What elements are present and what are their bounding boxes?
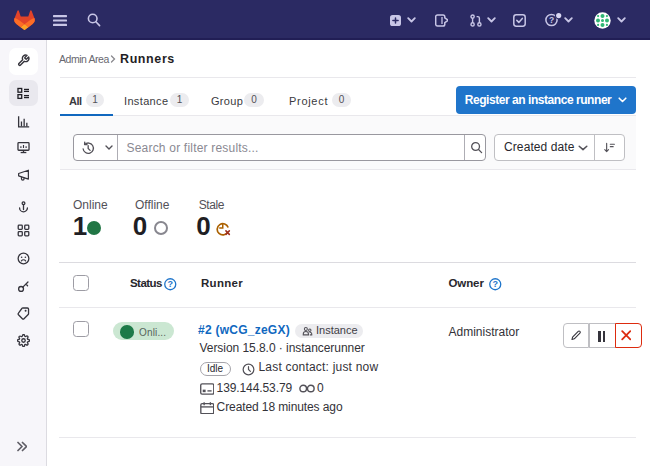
svg-text:?: ?: [549, 15, 554, 25]
svg-text:?: ?: [493, 280, 499, 290]
svg-text:?: ?: [168, 280, 174, 290]
